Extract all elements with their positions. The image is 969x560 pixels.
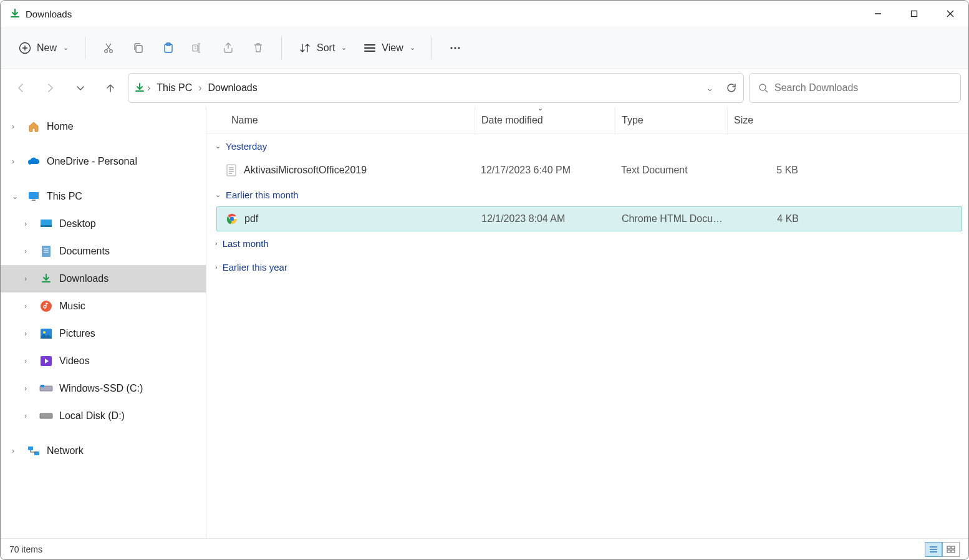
pictures-icon <box>39 327 53 340</box>
group-last-month[interactable]: › Last month <box>206 231 968 255</box>
group-earlier-year[interactable]: › Earlier this year <box>206 255 968 279</box>
chevron-right-icon[interactable]: › <box>12 122 21 131</box>
search-box[interactable] <box>749 73 961 103</box>
toolbar: New ⌄ Sort ⌄ View ⌄ <box>1 27 968 69</box>
sidebar-item-drive-c[interactable]: › Windows-SSD (C:) <box>1 375 206 402</box>
sidebar-label: Network <box>47 445 84 456</box>
new-button[interactable]: New ⌄ <box>12 36 75 60</box>
sidebar-item-music[interactable]: › Music <box>1 292 206 320</box>
svg-rect-26 <box>227 165 236 176</box>
recent-button[interactable] <box>68 75 93 100</box>
search-input[interactable] <box>774 82 952 94</box>
sidebar-item-pictures[interactable]: › Pictures <box>1 320 206 347</box>
sidebar-item-home[interactable]: › Home <box>1 113 206 140</box>
svg-rect-23 <box>40 413 52 418</box>
back-button[interactable] <box>8 75 33 100</box>
sidebar-item-network[interactable]: › Network <box>1 437 206 465</box>
svg-point-2 <box>105 49 108 52</box>
chevron-right-icon: › <box>215 263 218 271</box>
svg-rect-30 <box>947 546 950 549</box>
chevron-right-icon[interactable]: › <box>24 412 33 420</box>
breadcrumb-current[interactable]: Downloads <box>205 80 261 96</box>
share-icon <box>221 41 235 55</box>
sidebar-item-drive-d[interactable]: › Local Disk (D:) <box>1 402 206 430</box>
share-button[interactable] <box>215 36 241 60</box>
home-icon <box>27 120 41 133</box>
content-area: Name ⌄Date modified Type Size ⌄ Yesterda… <box>206 107 968 538</box>
file-type: Chrome HTML Docu… <box>615 213 728 224</box>
sidebar-item-documents[interactable]: › Documents <box>1 238 206 265</box>
details-view-button[interactable] <box>925 542 942 557</box>
sidebar-item-downloads[interactable]: › Downloads <box>1 265 206 292</box>
group-yesterday[interactable]: ⌄ Yesterday <box>206 134 968 158</box>
group-label: Last month <box>223 238 269 249</box>
sort-button[interactable]: Sort ⌄ <box>292 36 353 60</box>
chevron-right-icon[interactable]: › <box>24 329 33 338</box>
chevron-right-icon[interactable]: › <box>24 302 33 311</box>
sidebar-item-desktop[interactable]: › Desktop <box>1 210 206 238</box>
chevron-right-icon[interactable]: › <box>24 384 33 393</box>
separator <box>281 37 282 59</box>
chevron-down-icon: ⌄ <box>63 44 69 52</box>
cut-button[interactable] <box>95 36 122 60</box>
chevron-right-icon[interactable]: › <box>12 157 21 166</box>
chrome-icon <box>226 213 238 225</box>
column-name[interactable]: Name <box>206 115 475 126</box>
svg-rect-7 <box>193 45 198 51</box>
chevron-right-icon[interactable]: › <box>24 274 33 283</box>
delete-icon <box>251 41 265 55</box>
close-button[interactable] <box>932 1 968 27</box>
maximize-button[interactable] <box>896 1 932 27</box>
view-toggles <box>925 542 960 557</box>
group-earlier-month[interactable]: ⌄ Earlier this month <box>206 183 968 206</box>
column-date[interactable]: ⌄Date modified <box>475 107 615 133</box>
breadcrumb-root[interactable]: This PC <box>153 80 196 96</box>
address-bar[interactable]: › This PC › Downloads ⌄ <box>128 73 744 103</box>
column-type[interactable]: Type <box>615 107 727 133</box>
sidebar-label: Windows-SSD (C:) <box>59 383 143 394</box>
forward-button[interactable] <box>38 75 63 100</box>
thumbnails-view-button[interactable] <box>942 542 960 557</box>
chevron-right-icon[interactable]: › <box>198 82 201 94</box>
chevron-right-icon[interactable]: › <box>24 357 33 365</box>
file-type: Text Document <box>615 165 727 176</box>
sidebar-item-videos[interactable]: › Videos <box>1 347 206 375</box>
music-icon <box>39 299 53 313</box>
minimize-button[interactable] <box>860 1 896 27</box>
sidebar-label: Desktop <box>59 218 96 229</box>
file-name: pdf <box>244 213 258 224</box>
svg-point-3 <box>110 49 113 52</box>
status-bar: 70 items <box>1 538 968 559</box>
sidebar-item-onedrive[interactable]: › OneDrive - Personal <box>1 148 206 175</box>
file-row[interactable]: AktivasiMicrosoftOffice2019 12/17/2023 6… <box>206 158 968 183</box>
chevron-right-icon[interactable]: › <box>147 82 150 94</box>
paste-button[interactable] <box>155 36 181 60</box>
up-button[interactable] <box>98 75 123 100</box>
sort-label: Sort <box>317 42 335 54</box>
rename-button[interactable] <box>185 36 211 60</box>
chevron-right-icon[interactable]: › <box>24 247 33 256</box>
titlebar: Downloads <box>1 1 968 27</box>
copy-button[interactable] <box>125 36 152 60</box>
svg-point-11 <box>759 84 766 90</box>
view-button[interactable]: View ⌄ <box>357 36 421 60</box>
column-size[interactable]: Size <box>727 107 808 133</box>
ellipsis-icon <box>448 41 462 55</box>
file-name: AktivasiMicrosoftOffice2019 <box>244 165 367 176</box>
svg-rect-22 <box>41 385 44 387</box>
search-icon <box>758 83 768 93</box>
chevron-right-icon[interactable]: › <box>24 220 33 228</box>
chevron-right-icon[interactable]: › <box>12 447 21 455</box>
sidebar-item-thispc[interactable]: ⌄ This PC <box>1 183 206 210</box>
network-icon <box>27 444 41 458</box>
sidebar-label: Downloads <box>59 273 108 284</box>
delete-button[interactable] <box>245 36 271 60</box>
chevron-down-icon[interactable]: ⌄ <box>12 192 21 201</box>
group-label: Earlier this month <box>226 190 299 200</box>
copy-icon <box>132 41 145 55</box>
svg-rect-4 <box>136 46 142 52</box>
refresh-button[interactable] <box>726 82 737 94</box>
address-chevron-icon[interactable]: ⌄ <box>706 84 713 93</box>
more-button[interactable] <box>442 36 468 60</box>
file-row[interactable]: pdf 12/1/2023 8:04 AM Chrome HTML Docu… … <box>216 206 962 231</box>
